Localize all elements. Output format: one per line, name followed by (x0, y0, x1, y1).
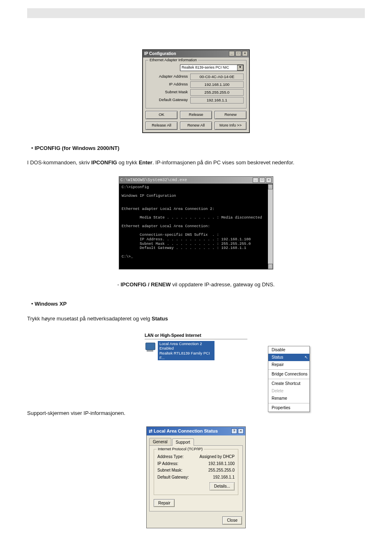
close-icon[interactable]: × (242, 51, 248, 56)
nic-value: Realtek 8139-series PCI NIC (182, 65, 229, 70)
menu-separator (268, 403, 309, 403)
ip-address-label: IP Address (148, 82, 190, 87)
menu-separator (268, 379, 309, 379)
tcpip-group-legend: Internet Protocol (TCP/IP) (157, 447, 204, 452)
winxp-paragraph: Trykk høyre musetast på nettverksadapter… (27, 315, 365, 322)
close-icon[interactable]: × (266, 177, 272, 183)
tab-general[interactable]: General (149, 438, 171, 446)
adapter-address-label: Adapter Address (148, 74, 190, 79)
ipconfig-heading-line: • IPCONFIG (for Windows 2000/NT) (31, 145, 365, 152)
subnet-mask-value: 255.255.255.0 (190, 89, 244, 96)
gateway-label: Default Gateway: (157, 474, 189, 480)
menu-disable[interactable]: Disable (268, 346, 309, 354)
close-icon[interactable]: × (238, 428, 244, 434)
status-title-icon: ⇄ (148, 428, 152, 434)
winxp-heading: Windows XP (35, 301, 67, 307)
menu-bridge[interactable]: Bridge Connections (268, 371, 309, 378)
adapter-selection[interactable]: Local Area Connection 2 Enabled Realtek … (158, 341, 214, 361)
close-button[interactable]: Close (222, 516, 242, 525)
details-button[interactable]: Details... (210, 482, 235, 491)
support-line: Support-skjermen viser IP-informasjonen. (27, 410, 365, 417)
subnet-label: Subnet Mask: (157, 467, 182, 473)
renew-button[interactable]: Renew (214, 111, 247, 119)
renew-line: - IPCONFIG / RENEW vil oppdatere IP-adre… (27, 281, 365, 288)
menu-rename[interactable]: Rename (268, 395, 309, 402)
chevron-down-icon[interactable]: ▼ (237, 65, 243, 71)
ipconfig-window: IP Configuration _ □ × Ethernet Adapter … (142, 49, 250, 133)
help-icon[interactable]: ? (231, 428, 237, 434)
page-header-band (27, 8, 365, 18)
more-info-button[interactable]: More Info >> (214, 122, 247, 130)
address-type-label: Address Type: (157, 454, 184, 460)
network-adapter-icon (145, 342, 156, 353)
status-title: Local Area Connection Status (154, 428, 218, 433)
ip-value: 192.168.1.100 (208, 461, 235, 467)
menu-delete: Delete (268, 387, 309, 395)
release-all-button[interactable]: Release All (145, 122, 178, 130)
ipconfig-heading: IPCONFIG (for Windows 2000/NT) (35, 145, 119, 151)
renew-all-button[interactable]: Renew All (180, 122, 212, 130)
gateway-value: 192.168.1.1 (213, 474, 235, 480)
ipconfig-paragraph: I DOS-kommandoen, skriv IPCONFIG og tryk… (27, 159, 365, 166)
cursor-icon: ↖ (304, 355, 308, 360)
adapter-address-value: 00-C0-4C-A0-14-0E (190, 74, 244, 80)
status-window: ⇄ Local Area Connection Status ? × Gener… (146, 426, 246, 528)
support-tab-panel: Internet Protocol (TCP/IP) Address Type:… (149, 445, 243, 511)
address-type-value: Assigned by DHCP (199, 454, 235, 460)
menu-repair[interactable]: Repair (268, 361, 309, 368)
cmd-output: C:\>ipconfig Windows IP Configuration Et… (119, 184, 273, 269)
menu-status[interactable]: Status ↖ (268, 354, 309, 361)
context-menu: Disable Status ↖ Repair Bridge Connectio… (268, 346, 310, 412)
menu-shortcut[interactable]: Create Shortcut (268, 380, 309, 387)
default-gateway-value: 192.168.1.1 (190, 97, 244, 104)
scroll-up-icon[interactable]: ▲ (268, 184, 273, 189)
subnet-value: 255.255.255.0 (208, 467, 235, 473)
ipconfig-title: IP Configuration (144, 51, 176, 57)
menu-properties[interactable]: Properties (268, 404, 309, 412)
maximize-icon[interactable]: □ (235, 51, 241, 56)
repair-button[interactable]: Repair (154, 499, 175, 507)
xp-section-heading: LAN or High-Speed Internet (145, 332, 247, 339)
minimize-icon[interactable]: _ (253, 177, 258, 183)
menu-separator (268, 369, 309, 370)
cmd-window: C:\WINDOWS\System32\cmd.exe _ □ × C:\>ip… (119, 176, 273, 269)
maximize-icon[interactable]: □ (259, 177, 265, 183)
group-legend: Ethernet Adapter Information (148, 58, 198, 62)
ok-button[interactable]: OK (145, 111, 178, 119)
release-button[interactable]: Release (180, 111, 212, 119)
ethernet-adapter-group: Ethernet Adapter Information Realtek 813… (145, 60, 247, 108)
scroll-down-icon[interactable]: ▼ (268, 264, 273, 269)
cmd-title: C:\WINDOWS\System32\cmd.exe (120, 177, 187, 183)
winxp-heading-line: • Windows XP (31, 300, 365, 308)
ip-address-value: 192.168.1.100 (190, 81, 244, 88)
minimize-icon[interactable]: _ (229, 51, 235, 56)
scrollbar[interactable]: ▲ ▼ (268, 184, 273, 269)
xp-context-screenshot: LAN or High-Speed Internet Local Area Co… (145, 332, 247, 398)
subnet-mask-label: Subnet Mask (148, 90, 190, 95)
ip-label: IP Address: (157, 461, 178, 467)
default-gateway-label: Default Gateway (148, 97, 190, 103)
nic-dropdown[interactable]: Realtek 8139-series PCI NIC ▼ (180, 64, 244, 71)
tab-support[interactable]: Support (172, 438, 194, 446)
